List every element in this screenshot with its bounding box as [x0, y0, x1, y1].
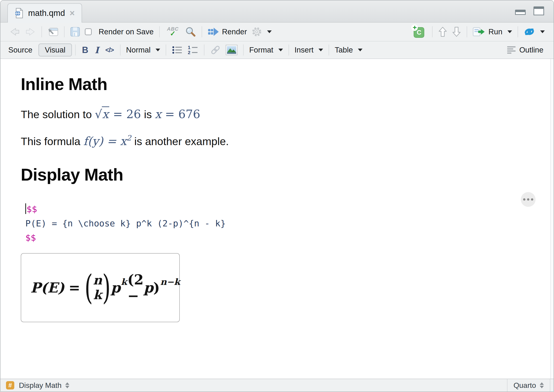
document-mode-selector[interactable]: Quarto [507, 379, 550, 392]
bullet-list-button[interactable] [169, 45, 185, 55]
popout-window-icon [48, 27, 58, 37]
insert-menu[interactable]: Insert [292, 46, 326, 54]
forward-arrow-icon [25, 27, 36, 36]
block-options-button[interactable] [521, 192, 536, 207]
toolbar-format-right: Outline [504, 46, 546, 54]
chevron-down-icon [507, 30, 512, 33]
find-replace-button[interactable] [183, 26, 199, 37]
svg-text:1: 1 [188, 45, 190, 50]
doc-paragraph-2: This formula f(y) = x2 is another exampl… [21, 134, 554, 149]
outline-label: Outline [519, 46, 543, 54]
outline-toggle[interactable]: Outline [504, 46, 546, 54]
up-arrow-icon [438, 27, 447, 37]
separator [42, 26, 42, 37]
separator [432, 26, 433, 37]
link-icon [210, 44, 221, 56]
gear-icon [251, 27, 262, 37]
run-next-chunks-button[interactable] [450, 27, 463, 37]
run-label: Run [488, 28, 502, 36]
forward-button[interactable] [23, 27, 38, 36]
tab-source[interactable]: Source [8, 46, 33, 54]
heading-hash-icon: # [6, 381, 14, 390]
mode-label: Quarto [513, 381, 536, 390]
insert-chunk-icon: C + [412, 26, 424, 38]
doc-paragraph-1: The solution to √x = 26 is x = 676 [21, 107, 554, 121]
spellcheck-icon: ABC ✓ [165, 27, 181, 37]
paragraph-style-dropdown[interactable]: Normal [124, 46, 163, 54]
chevron-down-icon [319, 49, 323, 51]
render-on-save-checkbox[interactable] [85, 28, 92, 35]
run-button[interactable]: Run [470, 27, 514, 37]
minimize-pane-icon[interactable] [514, 7, 526, 16]
code-button[interactable]: </> [102, 46, 117, 54]
separator [166, 44, 166, 56]
chevron-down-icon [267, 30, 272, 33]
tab-label: math.qmd [28, 8, 65, 18]
separator [64, 26, 64, 37]
render-icon [208, 27, 219, 36]
numbered-list-icon: 1 2 [187, 45, 199, 55]
format-menu[interactable]: Format [247, 46, 285, 54]
search-icon [185, 26, 196, 37]
separator [467, 26, 467, 37]
section-navigator-arrows-icon[interactable] [65, 382, 69, 388]
tab-strip: math.qmd × [0, 0, 554, 23]
insert-chunk-button[interactable]: C + [408, 26, 429, 38]
math-preview-box[interactable]: P(E) = ( n k ) p k (2 − p ) n−k [21, 253, 180, 322]
italic-button[interactable]: I [92, 45, 102, 55]
table-menu[interactable]: Table [332, 46, 365, 54]
section-navigator[interactable]: Display Math [19, 381, 62, 390]
toolbar-primary: Render on Save ABC ✓ Ren [0, 23, 554, 42]
tab-close-icon[interactable]: × [70, 9, 75, 18]
image-icon [226, 45, 238, 55]
math-source-block[interactable]: $$ P(E) = {n \choose k} p^k (2-p)^{n - k… [21, 202, 554, 245]
pane-buttons [514, 6, 545, 16]
save-button[interactable] [68, 27, 83, 37]
chevron-down-icon [156, 49, 160, 51]
separator [243, 44, 244, 56]
svg-text:2: 2 [188, 50, 190, 55]
chevron-down-icon [540, 30, 545, 33]
tab-math-qmd[interactable]: math.qmd × [7, 3, 82, 23]
math-source-line: P(E) = {n \choose k} p^k (2-p)^{n - k} [25, 216, 554, 231]
source-refresh-button[interactable] [521, 27, 547, 37]
scrollbar-gutter[interactable] [550, 59, 554, 379]
run-icon [473, 27, 485, 37]
render-on-save-label: Render on Save [99, 28, 154, 36]
toolbar-primary-right: C + [408, 26, 547, 38]
render-options-button[interactable] [249, 27, 274, 37]
insert-link-button[interactable] [208, 44, 223, 56]
bold-button[interactable]: B [79, 45, 92, 55]
separator [329, 44, 329, 56]
tab-visual[interactable]: Visual [38, 43, 72, 56]
separator [159, 26, 160, 37]
insert-image-button[interactable] [223, 45, 240, 55]
run-previous-chunks-button[interactable] [436, 27, 450, 37]
spellcheck-button[interactable]: ABC ✓ [163, 27, 183, 37]
toolbar-format: Source Visual B I </> Normal 1 2 [0, 42, 554, 59]
render-button[interactable]: Render [205, 27, 249, 36]
mode-selector-arrows-icon [540, 382, 544, 388]
visual-editor-surface[interactable]: Inline Math The solution to √x = 26 is x… [0, 59, 554, 379]
ellipsis-icon [523, 198, 526, 201]
render-label: Render [222, 28, 247, 36]
separator [202, 26, 202, 37]
math-radicand: x [102, 106, 109, 121]
doc-heading-display-math: Display Math [21, 164, 554, 185]
rendered-equation: P(E) = ( n k ) p k (2 − p ) n−k [30, 272, 180, 304]
paragraph-style-value: Normal [126, 46, 150, 54]
sqrt-sign: √ [95, 108, 102, 121]
separator [204, 44, 204, 56]
back-button[interactable] [7, 27, 23, 36]
separator [518, 26, 518, 37]
rstudio-source-pane: math.qmd × [0, 0, 554, 392]
chevron-down-icon [278, 49, 283, 51]
down-arrow-icon [452, 27, 461, 37]
outline-icon [507, 46, 516, 54]
numbered-list-button[interactable]: 1 2 [185, 45, 201, 55]
doc-heading-inline-math: Inline Math [21, 74, 554, 95]
render-on-save-toggle[interactable]: Render on Save [83, 28, 156, 36]
popout-window-button[interactable] [45, 27, 61, 37]
maximize-pane-icon[interactable] [533, 6, 545, 16]
status-bar: # Display Math Quarto [0, 379, 554, 392]
